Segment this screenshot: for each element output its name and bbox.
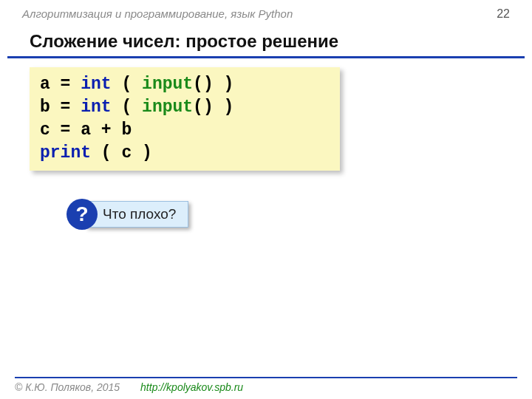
- slide-header: Алгоритмизация и программирование, язык …: [0, 0, 532, 21]
- question-mark-icon: ?: [66, 199, 98, 230]
- slide-footer: © К.Ю. Поляков, 2015 http://kpolyakov.sp…: [15, 377, 517, 393]
- question-callout: ? Что плохо?: [66, 199, 532, 230]
- breadcrumb: Алгоритмизация и программирование, язык …: [22, 7, 293, 20]
- question-text: Что плохо?: [86, 201, 188, 228]
- code-line: b = int ( input() ): [40, 96, 330, 119]
- code-line: c = a + b: [40, 119, 330, 142]
- code-block: a = int ( input() ) b = int ( input() ) …: [30, 67, 340, 171]
- footer-url: http://kpolyakov.spb.ru: [140, 381, 243, 393]
- code-line: a = int ( input() ): [40, 73, 330, 96]
- page-title: Сложение чисел: простое решение: [7, 21, 525, 58]
- copyright: © К.Ю. Поляков, 2015: [15, 381, 120, 393]
- page-number: 22: [497, 7, 510, 21]
- code-line: print ( c ): [40, 142, 330, 165]
